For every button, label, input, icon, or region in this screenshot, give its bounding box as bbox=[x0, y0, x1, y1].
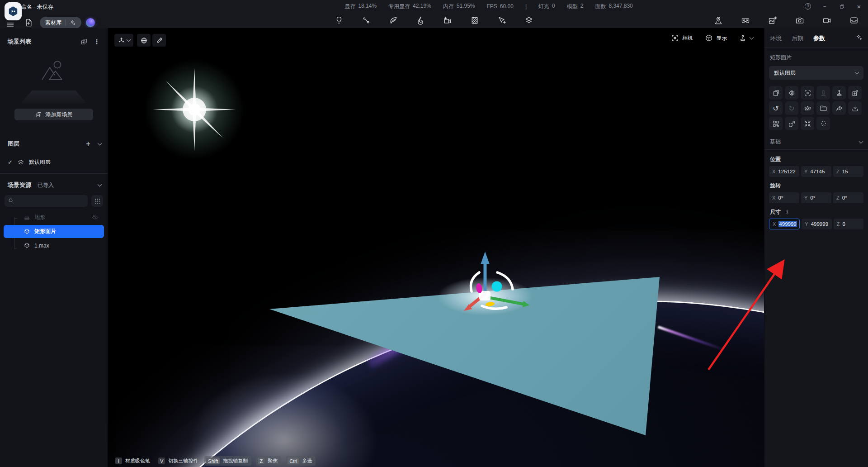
mesh-cube-icon bbox=[24, 242, 30, 249]
import-file-icon[interactable] bbox=[22, 16, 35, 29]
restore-window-icon[interactable] bbox=[838, 3, 845, 10]
fit-view-icon[interactable] bbox=[801, 117, 814, 130]
tab-parameters[interactable]: 参数 bbox=[813, 34, 825, 43]
undo-icon[interactable]: ↺ bbox=[769, 101, 783, 115]
add-box-icon[interactable] bbox=[848, 86, 862, 100]
gizmo-mode-dropdown[interactable] bbox=[114, 34, 133, 47]
scene-list-menu-icon[interactable]: ⋮ bbox=[92, 37, 101, 46]
scatter-points-icon[interactable] bbox=[816, 117, 830, 130]
decal-tool-icon[interactable] bbox=[468, 14, 481, 27]
view-grid-toggle[interactable] bbox=[91, 195, 103, 207]
minimize-icon[interactable]: − bbox=[821, 3, 828, 10]
selected-object-name: 矩形面片 bbox=[770, 54, 863, 62]
add-layer-icon[interactable]: + bbox=[84, 139, 93, 148]
rotation-x-field[interactable]: X0° bbox=[769, 192, 799, 203]
image-enhance-icon[interactable] bbox=[766, 14, 779, 27]
location-map-icon[interactable] bbox=[712, 14, 725, 27]
stat-vram: 显存18.14% bbox=[344, 3, 377, 10]
export-tray-icon[interactable] bbox=[847, 14, 861, 27]
layer-name: 默认图层 bbox=[29, 158, 51, 166]
resources-collapse-icon[interactable] bbox=[98, 182, 102, 187]
layer-visible-check-icon[interactable]: ✓ bbox=[8, 159, 13, 166]
help-icon[interactable]: ? bbox=[805, 3, 811, 10]
screenshot-camera-icon[interactable] bbox=[793, 14, 807, 27]
folder-icon[interactable] bbox=[816, 101, 830, 115]
layer-item-default[interactable]: ✓ 默认图层 bbox=[0, 158, 108, 166]
transform-gizmo[interactable] bbox=[424, 241, 560, 327]
position-y-field[interactable]: Y47145 bbox=[801, 166, 831, 177]
app-window: 未命名 - 未保存 显存18.14% 专用显存42.19% 内存51.95% F… bbox=[0, 0, 868, 467]
walk-view-dropdown[interactable] bbox=[739, 34, 753, 42]
light-tool-icon[interactable] bbox=[332, 14, 346, 27]
rotation-label: 旋转 bbox=[770, 182, 863, 190]
record-video-icon[interactable] bbox=[820, 14, 834, 27]
effects-fire-tool-icon[interactable] bbox=[414, 14, 427, 27]
size-y-field[interactable]: Y499999 bbox=[802, 219, 831, 229]
vr-headset-icon[interactable] bbox=[739, 14, 752, 27]
camera-frame-icon bbox=[671, 34, 679, 42]
section-collapse-icon bbox=[859, 139, 863, 143]
layers-tool-icon[interactable] bbox=[522, 14, 536, 27]
star-flare bbox=[140, 55, 249, 164]
node-link-tool-icon[interactable] bbox=[359, 14, 373, 27]
crown-icon[interactable] bbox=[801, 101, 814, 115]
add-scene-frame-icon[interactable] bbox=[80, 37, 89, 46]
ai-sparkle-icon[interactable] bbox=[855, 34, 863, 43]
link-scale-icon[interactable] bbox=[784, 209, 790, 215]
gizmo-cyan-handle[interactable] bbox=[492, 281, 502, 292]
duplicate-icon[interactable] bbox=[769, 86, 783, 100]
camera-settings-button[interactable]: 相机 bbox=[671, 34, 693, 42]
rotation-z-field[interactable]: Z0° bbox=[833, 192, 863, 203]
stat-lights: 灯光0 bbox=[538, 3, 555, 10]
size-x-field[interactable]: X 499999 bbox=[769, 219, 800, 229]
panel-divider bbox=[764, 149, 868, 150]
drop-to-ground-icon[interactable] bbox=[832, 86, 846, 100]
hotkey-material-picker: I 材质吸色笔 bbox=[113, 456, 152, 466]
hotkey-multiselect: Ctrl 多选 bbox=[286, 456, 316, 466]
search-input[interactable] bbox=[5, 195, 88, 207]
material-library-button[interactable]: 素材库 bbox=[40, 17, 81, 29]
free-scale-icon[interactable] bbox=[785, 117, 798, 130]
panel-divider bbox=[764, 48, 868, 48]
position-z-field[interactable]: Z15 bbox=[833, 166, 863, 177]
app-logo[interactable] bbox=[5, 2, 22, 20]
properties-tabs: 环境 后期 参数 bbox=[764, 28, 868, 43]
position-x-field[interactable]: X125122 bbox=[769, 166, 799, 177]
import-download-icon[interactable] bbox=[848, 101, 862, 115]
creation-tools bbox=[332, 14, 536, 27]
resource-item-rect-plane[interactable]: 矩形面片 bbox=[4, 225, 104, 238]
world-space-button[interactable] bbox=[137, 34, 151, 47]
picker-button[interactable] bbox=[152, 34, 166, 47]
add-scene-button[interactable]: 添加新场景 bbox=[14, 109, 93, 120]
material-sphere-icon[interactable] bbox=[86, 18, 95, 27]
layer-select-dropdown[interactable]: 默认图层 bbox=[769, 66, 863, 80]
stat-models: 模型2 bbox=[567, 3, 584, 10]
resources-filter-label[interactable]: 已导入 bbox=[38, 181, 54, 189]
pillar-icon[interactable] bbox=[816, 86, 830, 100]
add-frame-icon bbox=[35, 111, 42, 118]
redo-icon[interactable]: ↻ bbox=[785, 101, 798, 115]
add-camera-tool-icon[interactable] bbox=[441, 14, 454, 27]
stat-dedicated-vram: 专用显存42.19% bbox=[388, 3, 431, 10]
select-add-tool-icon[interactable] bbox=[495, 14, 509, 27]
resource-item-1max[interactable]: 1.max bbox=[4, 239, 104, 252]
empty-state-platform bbox=[14, 91, 94, 103]
layers-collapse-icon[interactable] bbox=[98, 141, 102, 146]
flip-horizontal-icon[interactable] bbox=[785, 86, 798, 100]
foliage-tool-icon[interactable] bbox=[387, 14, 400, 27]
viewport-3d[interactable]: 相机 显示 I 材质吸色笔 V 切换三轴控件 Shift 拖拽 bbox=[108, 28, 764, 467]
tab-environment[interactable]: 环境 bbox=[770, 34, 782, 43]
share-icon[interactable] bbox=[832, 101, 846, 115]
scene-list-title: 场景列表 bbox=[8, 38, 31, 46]
rotation-y-field[interactable]: Y0° bbox=[801, 192, 831, 203]
focus-target-icon[interactable] bbox=[801, 86, 814, 100]
section-basic-header[interactable]: 基础 bbox=[770, 138, 863, 146]
display-settings-button[interactable]: 显示 bbox=[705, 34, 727, 42]
size-z-field[interactable]: Z0 bbox=[834, 219, 863, 229]
tab-postprocess[interactable]: 后期 bbox=[792, 34, 803, 43]
close-icon[interactable]: × bbox=[855, 3, 863, 10]
resource-item-terrain[interactable]: 地形 bbox=[4, 211, 104, 224]
visibility-off-icon[interactable] bbox=[92, 214, 99, 221]
qr-grid-icon[interactable] bbox=[769, 117, 783, 130]
sparkle-icon bbox=[69, 19, 76, 26]
